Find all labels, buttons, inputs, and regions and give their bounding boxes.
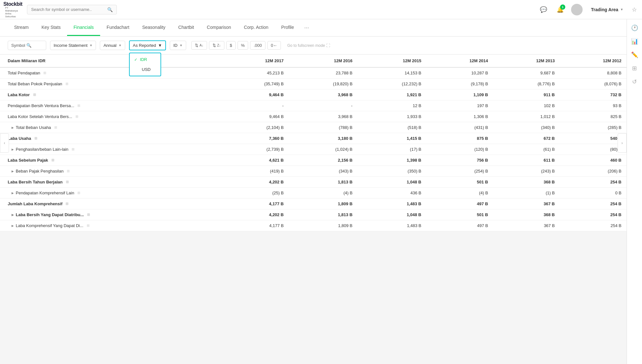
layers-icon[interactable]: ⊞ — [632, 65, 637, 72]
row-info-icon[interactable]: ⊞ — [77, 104, 80, 108]
avatar[interactable] — [571, 4, 583, 15]
table-row: ▶Pendapatan Komprehensif Lain⊞(25) B(4) … — [0, 188, 627, 199]
row-info-icon[interactable]: ⊞ — [75, 114, 78, 119]
row-info-icon[interactable]: ⊞ — [65, 82, 68, 86]
statement-select[interactable]: Income Statement ▼ — [50, 41, 96, 50]
logo-area[interactable]: Stockbit PT Mahakarya Artha Sekuritas — [5, 2, 21, 17]
row-info-icon[interactable]: ⊞ — [51, 158, 54, 162]
lang-caret-icon: ▼ — [179, 44, 183, 47]
table-cell: 4,621 B — [220, 155, 289, 166]
lang-select[interactable]: ID ▼ — [170, 41, 186, 50]
tab-comparison[interactable]: Comparison — [200, 20, 237, 36]
sort-az-btn[interactable]: ⇅A↓ — [191, 41, 207, 50]
as-reported-label: As Reported — [133, 43, 156, 48]
table-nav-right[interactable]: › — [618, 133, 627, 153]
table-header-row: Dalam Miliaran IDR 12M 2017 12M 2016 12M… — [0, 55, 627, 67]
table-cell: (17) B — [358, 144, 426, 155]
row-info-icon[interactable]: ⊞ — [72, 147, 74, 151]
side-panel: 🕐 📊 ✏️ ⊞ ↺ — [627, 19, 642, 231]
table-cell: 7,360 B — [220, 133, 289, 144]
table-nav-left[interactable]: ‹ — [0, 133, 9, 153]
collapse-btn[interactable]: 0← — [267, 41, 281, 50]
row-info-icon[interactable]: ⊞ — [87, 213, 90, 217]
refresh-icon[interactable]: ↺ — [632, 78, 637, 85]
row-info-icon[interactable]: ⊞ — [67, 169, 70, 173]
table-cell: 756 B — [427, 155, 493, 166]
period-label: Annual — [103, 43, 116, 48]
table-cell: 3,180 B — [289, 133, 358, 144]
expand-icon[interactable]: ▶ — [12, 224, 14, 227]
row-info-icon[interactable]: ⊞ — [66, 180, 69, 184]
col-2014: 12M 2014 — [427, 55, 493, 67]
tab-more-btn[interactable]: ··· — [300, 19, 313, 36]
table-cell: - — [289, 100, 358, 111]
table-cell: (254) B — [427, 166, 493, 177]
table-row: Jumlah Laba Komprehensif⊞4,177 B1,809 B1… — [0, 199, 627, 209]
expand-icon[interactable]: ▶ — [12, 191, 14, 195]
watchlist-icon[interactable]: ☆ — [632, 6, 637, 13]
row-info-icon[interactable]: ⊞ — [43, 71, 46, 75]
tab-profile[interactable]: Profile — [275, 20, 300, 36]
table-cell: (8,076) B — [560, 79, 627, 89]
fullscreen-icon: ⛶ — [326, 43, 330, 48]
table-cell: (350) B — [358, 166, 426, 177]
row-label-text: Total Beban Usaha — [16, 125, 51, 130]
row-info-icon[interactable]: ⊞ — [65, 202, 68, 206]
dropdown-usd-option[interactable]: USD — [130, 64, 160, 74]
table-cell: 436 B — [358, 188, 426, 199]
symbol-filter[interactable]: Symbol 🔍 — [8, 41, 46, 50]
expand-icon[interactable]: ▶ — [12, 170, 14, 173]
table-cell: 1,933 B — [358, 111, 426, 122]
row-info-icon[interactable]: ⊞ — [87, 224, 90, 228]
lang-label: ID — [173, 43, 178, 48]
dropdown-idr-option[interactable]: ✓ IDR — [130, 55, 160, 64]
row-info-icon[interactable]: ⊞ — [54, 125, 57, 130]
sort-za-btn[interactable]: ⇅Z↓ — [209, 41, 224, 50]
row-label-text: Laba Sebelum Pajak — [8, 158, 48, 163]
trading-area-btn[interactable]: Trading Area ▼ — [588, 5, 627, 14]
expand-icon[interactable]: ▶ — [12, 126, 14, 129]
row-label-text: Laba Usaha — [8, 136, 31, 141]
tab-fundachart[interactable]: Fundachart — [100, 20, 136, 36]
notification-btn[interactable]: 🔔 1 — [554, 4, 566, 15]
clock-icon[interactable]: 🕐 — [631, 24, 638, 31]
search-box[interactable]: 🔍 — [27, 5, 117, 14]
row-info-icon[interactable]: ⊞ — [34, 136, 37, 140]
as-reported-caret-icon: ▼ — [158, 43, 162, 48]
table-cell: 93 B — [560, 100, 627, 111]
row-label: ▶Beban Pajak Penghasilan⊞ — [12, 169, 215, 174]
row-info-icon[interactable]: ⊞ — [33, 93, 36, 97]
table-cell: 1,048 B — [358, 209, 426, 220]
tab-key-stats[interactable]: Key Stats — [35, 20, 67, 36]
search-input[interactable] — [31, 7, 107, 12]
percent-btn[interactable]: % — [238, 41, 248, 50]
tab-chartbit[interactable]: Chartbit — [172, 20, 200, 36]
expand-icon[interactable]: ▶ — [12, 148, 14, 151]
row-info-icon[interactable]: ⊞ — [77, 191, 80, 195]
notification-badge: 1 — [560, 4, 565, 10]
table-cell: - — [220, 100, 289, 111]
tab-stream[interactable]: Stream — [8, 20, 35, 36]
navbar-right: 💬 🔔 1 Trading Area ▼ ☆ — [538, 4, 637, 15]
tab-seasonality[interactable]: Seasonality — [136, 20, 172, 36]
col-2015: 12M 2015 — [358, 55, 426, 67]
chart-icon[interactable]: 📊 — [631, 38, 638, 45]
decimal-btn[interactable]: .000 — [250, 41, 265, 50]
table-cell: 3,968 B — [289, 111, 358, 122]
tab-financials[interactable]: Financials — [67, 20, 100, 36]
pencil-icon[interactable]: ✏️ — [631, 51, 638, 58]
table-cell: 1,809 B — [289, 199, 358, 209]
fullscreen-hint[interactable]: Go to fullscreen mode ⛶ — [287, 43, 330, 48]
as-reported-btn[interactable]: As Reported ▼ — [129, 40, 166, 50]
tab-corp-action[interactable]: Corp. Action — [238, 20, 275, 36]
period-select[interactable]: Annual ▼ — [100, 41, 125, 50]
navbar: Stockbit PT Mahakarya Artha Sekuritas 🔍 … — [0, 0, 642, 19]
row-label-text: Pendapatan Bersih Ventura Bersa... — [8, 103, 74, 108]
row-label: Laba Sebelum Pajak⊞ — [8, 158, 215, 163]
message-icon-btn[interactable]: 💬 — [538, 4, 549, 15]
expand-icon[interactable]: ▶ — [12, 213, 14, 216]
period-caret-icon: ▼ — [118, 44, 122, 47]
row-label-text: Penghasilan/beban Lain-lain — [16, 147, 68, 152]
currency-dollar-btn[interactable]: $ — [226, 41, 236, 50]
fullscreen-label: Go to fullscreen mode — [287, 43, 325, 48]
